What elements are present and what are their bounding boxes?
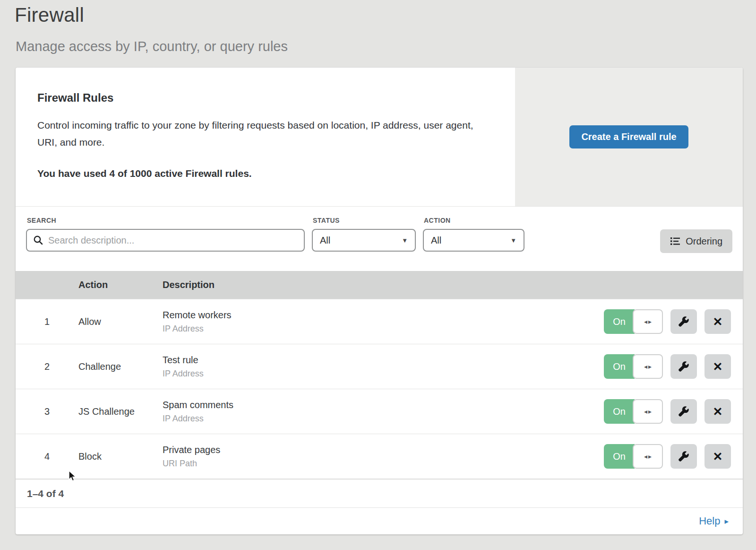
rule-match-type: IP Address [163,414,604,424]
description-column-header: Description [163,279,743,290]
rule-enabled-toggle[interactable]: On ◂▸ [604,399,663,424]
status-selected-value: All [320,235,330,246]
wrench-icon [678,360,690,373]
rule-match-type: IP Address [163,369,604,379]
rules-description: Control incoming traffic to your zone by… [37,117,487,151]
table-header: Action Description [16,271,743,299]
action-selected-value: All [431,235,441,246]
rule-controls: On ◂▸ ✕ [604,444,743,469]
rule-action: Challenge [78,361,163,372]
toggle-on-label: On [604,399,635,424]
toggle-arrows-icon: ◂▸ [633,399,663,424]
rule-enabled-toggle[interactable]: On ◂▸ [604,309,663,334]
toggle-on-label: On [604,444,635,469]
action-filter: ACTION All ▼ [423,217,524,252]
rule-priority: 2 [16,361,78,372]
wrench-icon [678,405,690,418]
list-icon [670,236,680,246]
ordering-button[interactable]: Ordering [660,229,732,253]
rule-action: Block [78,451,163,462]
toggle-arrows-icon: ◂▸ [633,309,663,334]
rule-description: Test rule IP Address [163,355,604,379]
rule-enabled-toggle[interactable]: On ◂▸ [604,444,663,469]
rule-match-type: URI Path [163,459,604,469]
table-row: 1 Allow Remote workers IP Address On ◂▸ … [16,299,743,344]
help-link[interactable]: Help ▸ [699,515,729,527]
search-filter: SEARCH [26,217,305,252]
rule-priority: 4 [16,451,78,462]
edit-rule-button[interactable] [670,399,697,424]
status-label: STATUS [313,217,416,224]
search-box [26,229,305,252]
rule-controls: On ◂▸ ✕ [604,309,743,334]
rule-action: Allow [78,316,163,327]
rules-heading: Firewall Rules [37,91,487,105]
close-icon: ✕ [713,360,723,374]
card-footer: Help ▸ [16,507,743,534]
rules-usage-count: You have used 4 of 1000 active Firewall … [37,168,487,179]
rule-description-title: Test rule [163,355,604,366]
delete-rule-button[interactable]: ✕ [704,309,731,334]
table-row: 2 Challenge Test rule IP Address On ◂▸ ✕ [16,344,743,389]
rule-description-title: Spam comments [163,400,604,410]
toggle-arrows-icon: ◂▸ [633,354,663,379]
create-firewall-rule-button[interactable]: Create a Firewall rule [569,125,688,148]
rule-description-title: Private pages [163,445,604,455]
table-row: 3 JS Challenge Spam comments IP Address … [16,389,743,434]
pagination-status: 1–4 of 4 [16,479,743,507]
action-label: ACTION [424,217,524,224]
wrench-icon [678,315,690,328]
close-icon: ✕ [713,405,723,419]
firewall-rules-card: Firewall Rules Control incoming traffic … [16,68,743,534]
rules-info-text: Firewall Rules Control incoming traffic … [16,68,515,206]
chevron-down-icon: ▼ [510,237,516,244]
rule-controls: On ◂▸ ✕ [604,354,743,379]
search-icon [33,235,43,245]
edit-rule-button[interactable] [670,444,697,469]
rule-description: Spam comments IP Address [163,400,604,424]
chevron-down-icon: ▼ [402,237,408,244]
edit-rule-button[interactable] [670,354,697,379]
filters-bar: SEARCH STATUS All ▼ ACTION All ▼ [16,207,743,271]
delete-rule-button[interactable]: ✕ [704,399,731,424]
wrench-icon [678,450,690,463]
rule-controls: On ◂▸ ✕ [604,399,743,424]
status-select[interactable]: All ▼ [312,229,416,252]
help-link-label: Help [699,515,720,527]
toggle-arrows-icon: ◂▸ [633,444,663,469]
action-select[interactable]: All ▼ [423,229,524,252]
ordering-button-label: Ordering [686,236,722,247]
rule-description: Remote workers IP Address [163,310,604,334]
delete-rule-button[interactable]: ✕ [704,354,731,379]
status-filter: STATUS All ▼ [312,217,416,252]
rule-description-title: Remote workers [163,310,604,321]
rule-priority: 1 [16,316,78,327]
rule-description: Private pages URI Path [163,445,604,469]
page-title: Firewall [15,4,756,26]
edit-rule-button[interactable] [670,309,697,334]
toggle-on-label: On [604,354,635,379]
toggle-on-label: On [604,309,635,334]
search-label: SEARCH [27,217,305,224]
table-row: 4 Block Private pages URI Path On ◂▸ ✕ [16,434,743,479]
page-subtitle: Manage access by IP, country, or query r… [16,39,756,54]
action-column-header: Action [78,279,163,290]
chevron-right-icon: ▸ [724,516,729,526]
search-input[interactable] [48,235,298,246]
rule-priority: 3 [16,406,78,417]
close-icon: ✕ [713,315,723,329]
create-rule-panel: Create a Firewall rule [515,68,743,206]
rule-action: JS Challenge [78,406,163,417]
rule-match-type: IP Address [163,324,604,334]
rule-enabled-toggle[interactable]: On ◂▸ [604,354,663,379]
delete-rule-button[interactable]: ✕ [704,444,731,469]
close-icon: ✕ [713,450,723,463]
rules-info-section: Firewall Rules Control incoming traffic … [16,68,743,207]
